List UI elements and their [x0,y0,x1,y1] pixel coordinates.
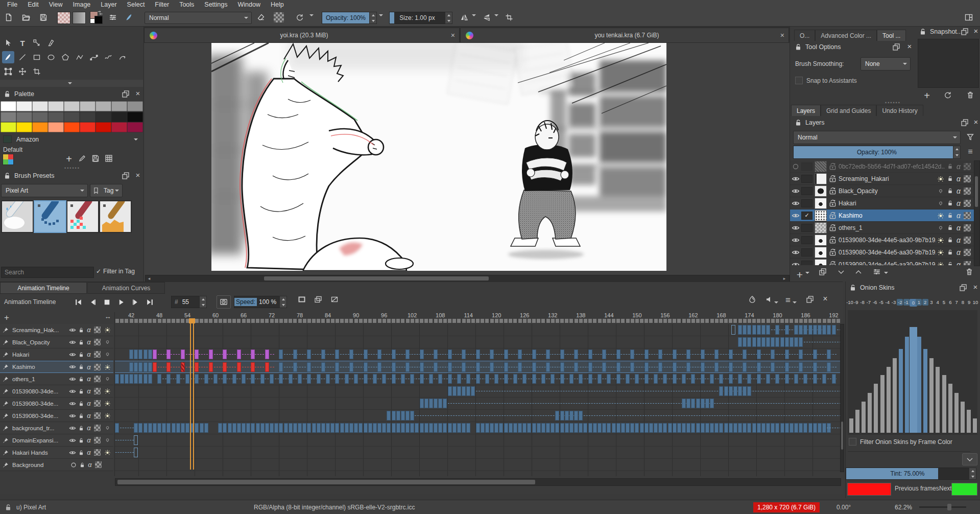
brush-preset-pixel-art-gold[interactable] [99,200,132,233]
ruler-tick[interactable] [640,319,643,323]
ruler-tick[interactable] [780,319,784,323]
keyframe[interactable] [743,337,747,347]
swap-colors-icon[interactable] [97,10,103,16]
ruler-tick[interactable] [767,319,770,323]
prev-frame-button[interactable] [86,295,99,309]
keyframe[interactable] [602,423,606,433]
eye-icon[interactable] [790,199,801,207]
keyframe[interactable] [551,374,555,384]
tool-text[interactable]: T [16,37,29,49]
ruler-tick[interactable] [401,319,404,323]
keyframe[interactable] [813,349,817,359]
alpha-icon[interactable]: α [85,326,92,334]
keyframe[interactable] [321,423,325,433]
onion-opacity-bar[interactable] [917,337,921,433]
keyframe[interactable] [616,362,620,372]
onion-opacity-bar[interactable] [923,349,927,433]
snapshot-add-button[interactable]: + [922,90,932,102]
keyframe[interactable] [293,362,297,372]
keyframe[interactable] [138,374,142,384]
keyframe[interactable] [658,349,662,359]
keyframe[interactable] [752,423,756,433]
keyframe[interactable] [321,362,325,372]
lock-icon[interactable] [77,437,85,443]
keyframe[interactable] [757,349,761,359]
ruler-tick[interactable] [593,319,596,323]
keyframe[interactable] [673,423,677,433]
ruler-tick[interactable] [411,319,414,323]
layer-properties-button[interactable] [871,268,883,276]
keyframe[interactable] [644,423,649,433]
reload-dropdown[interactable] [309,16,317,24]
eye-icon[interactable] [790,162,801,171]
keyframe[interactable] [354,374,358,384]
keyframe[interactable] [546,349,550,359]
keyframe[interactable] [410,411,414,420]
onion-opacity-bar[interactable] [967,410,971,433]
keyframe[interactable] [738,337,742,347]
palette-save-button[interactable] [91,154,100,162]
toolbox-collapse-bar[interactable] [0,80,143,87]
keyframe[interactable] [457,374,461,384]
lock-icon[interactable] [794,43,802,51]
tool-freehand-path[interactable] [102,51,114,63]
keyframe[interactable] [635,423,639,433]
keyframe[interactable] [649,423,653,433]
ruler-tick[interactable] [289,319,292,323]
keyframe[interactable] [522,374,527,384]
keyframe[interactable] [420,423,424,433]
ruler-tick[interactable] [823,319,826,323]
keyframe[interactable] [312,423,316,433]
onion-offset[interactable]: -3 [891,299,897,306]
ruler-tick[interactable] [317,319,320,323]
ruler-tick[interactable] [434,319,438,323]
keyframe[interactable] [260,423,265,433]
ruler-tick[interactable] [321,319,325,323]
lock-icon[interactable] [77,364,85,370]
keyframe[interactable] [335,349,339,359]
snapshot-close-icon[interactable]: × [972,27,980,35]
eye-icon[interactable] [790,187,801,195]
inherit-alpha-icon[interactable] [964,163,971,170]
size-slider[interactable]: Size: 1.00 px [389,12,445,24]
timeline-row-track[interactable] [115,348,840,361]
onion-opacity-bar[interactable] [868,393,872,433]
mirror-v-dropdown[interactable] [494,16,501,24]
previous-frames-color[interactable] [847,483,891,496]
ruler-tick[interactable] [158,319,161,323]
keyframe[interactable] [148,374,152,384]
palette-swatch[interactable] [16,101,32,111]
onion-opacity-bar[interactable] [910,327,917,433]
ruler-tick[interactable] [265,319,269,323]
ruler-tick[interactable] [420,319,423,323]
palette-swatch[interactable] [111,101,127,111]
keyframe[interactable] [335,423,339,433]
eye-icon[interactable] [68,351,77,358]
ruler-tick[interactable] [827,319,831,323]
lock-icon[interactable] [77,376,85,382]
keyframe[interactable] [724,386,728,396]
keyframe[interactable] [452,386,457,396]
keyframe[interactable] [813,374,817,384]
keyframe[interactable] [686,362,690,372]
ruler-tick[interactable] [626,319,630,323]
inherit-alpha-icon[interactable] [964,175,971,182]
keyframe[interactable] [251,423,255,433]
keyframe[interactable] [803,325,807,335]
keyframe[interactable] [522,423,527,433]
frame-number-field[interactable]: # 55 [171,296,200,308]
ruler-tick[interactable] [167,319,171,323]
keyframe[interactable] [462,423,466,433]
ruler-tick[interactable] [813,319,817,323]
onion-skin-icon[interactable] [102,449,112,456]
keyframe[interactable] [466,423,470,433]
keyframe[interactable] [757,374,761,384]
keyframe[interactable] [743,325,747,335]
workspace-chooser-button[interactable] [962,11,975,24]
onion-skin-icon[interactable] [102,412,112,419]
menu-window[interactable]: Window [233,1,266,9]
keyframe[interactable] [766,337,770,347]
keyframe[interactable] [499,423,503,433]
pin-icon[interactable] [1,401,10,407]
keyframe[interactable] [434,362,438,372]
